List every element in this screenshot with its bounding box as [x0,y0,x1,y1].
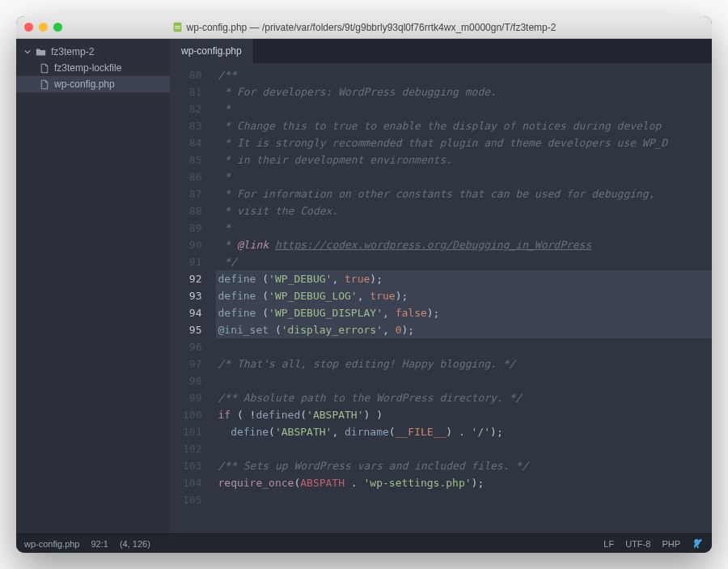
tree-folder-label: fz3temp-2 [51,46,94,57]
tab-wp-config[interactable]: wp-config.php [170,39,254,63]
code-line[interactable]: /** Sets up WordPress vars and included … [216,457,712,474]
code-line[interactable]: require_once(ABSPATH . 'wp-settings.php'… [216,474,712,491]
file-icon [39,63,49,74]
code-line[interactable]: */ [216,253,712,270]
tree-folder-root[interactable]: fz3temp-2 [16,44,170,60]
code-line[interactable] [216,372,712,389]
code-line[interactable]: /** Absolute path to the WordPress direc… [216,389,712,406]
code-line[interactable]: * Change this to true to enable the disp… [216,117,712,134]
titlebar[interactable]: wp-config.php — /private/var/folders/9t/… [16,16,712,39]
file-icon [39,79,49,90]
status-filename[interactable]: wp-config.php [24,539,80,549]
code-line[interactable]: /** [216,66,712,83]
editor-area: wp-config.php 80818283848586878889909192… [170,39,712,533]
code-line[interactable]: * visit the Codex. [216,202,712,219]
status-language[interactable]: PHP [662,539,680,549]
chevron-down-icon [24,46,31,57]
svg-rect-0 [173,23,181,32]
file-tree[interactable]: fz3temp-2 fz3temp-lockfilewp-config.php [16,39,170,533]
code-line[interactable]: * [216,219,712,236]
window-title: wp-config.php — /private/var/folders/9t/… [172,22,557,33]
status-cursor[interactable]: 92:1 [91,539,108,549]
code-lines[interactable]: /** * For developers: WordPress debuggin… [210,63,712,512]
code-line[interactable]: * [216,168,712,185]
tab-label: wp-config.php [181,45,242,57]
window-title-text: wp-config.php — /private/var/folders/9t/… [187,22,557,33]
svg-rect-1 [175,26,180,27]
squirrel-icon[interactable] [692,537,704,550]
window-body: fz3temp-2 fz3temp-lockfilewp-config.php … [16,39,712,533]
zoom-icon[interactable] [53,23,62,32]
code-viewport[interactable]: 8081828384858687888990919293949596979899… [170,63,712,533]
code-line[interactable]: * in their development environments. [216,151,712,168]
tree-file[interactable]: fz3temp-lockfile [16,60,170,76]
code-line[interactable] [216,440,712,457]
status-selection[interactable]: (4, 126) [120,539,150,549]
code-line[interactable]: * @link https://codex.wordpress.org/Debu… [216,236,712,253]
folder-icon [36,47,46,57]
code-line[interactable]: @ini_set ('display_errors', 0); [216,321,712,338]
code-line[interactable] [216,491,712,508]
code-line[interactable]: /* That's all, stop editing! Happy blogg… [216,355,712,372]
status-eol[interactable]: LF [603,539,614,549]
code-line[interactable]: if ( !defined('ABSPATH') ) [216,406,712,423]
code-line[interactable]: define('ABSPATH', dirname(__FILE__) . '/… [216,423,712,440]
minimize-icon[interactable] [39,23,48,32]
close-icon[interactable] [24,23,33,32]
code-line[interactable]: * It is strongly recommended that plugin… [216,134,712,151]
code-line[interactable]: define ('WP_DEBUG_DISPLAY', false); [216,304,712,321]
code-line[interactable]: * For information on other constants tha… [216,185,712,202]
tree-file-label: wp-config.php [54,79,115,90]
tree-file[interactable]: wp-config.php [16,76,170,92]
code-line[interactable]: define ('WP_DEBUG_LOG', true); [216,287,712,304]
editor-window: wp-config.php — /private/var/folders/9t/… [16,16,712,553]
php-file-icon [172,22,183,32]
code-line[interactable]: * For developers: WordPress debugging mo… [216,83,712,100]
statusbar: wp-config.php 92:1 (4, 126) LF UTF-8 PHP [16,533,712,553]
traffic-lights [24,23,62,32]
code-line[interactable]: * [216,100,712,117]
svg-rect-2 [175,28,180,28]
tree-file-label: fz3temp-lockfile [54,62,121,74]
code-line[interactable] [216,338,712,355]
tabbar[interactable]: wp-config.php [170,39,712,63]
status-encoding[interactable]: UTF-8 [625,539,650,549]
code-line[interactable]: define ('WP_DEBUG', true); [216,270,712,287]
line-gutter: 8081828384858687888990919293949596979899… [170,63,210,512]
